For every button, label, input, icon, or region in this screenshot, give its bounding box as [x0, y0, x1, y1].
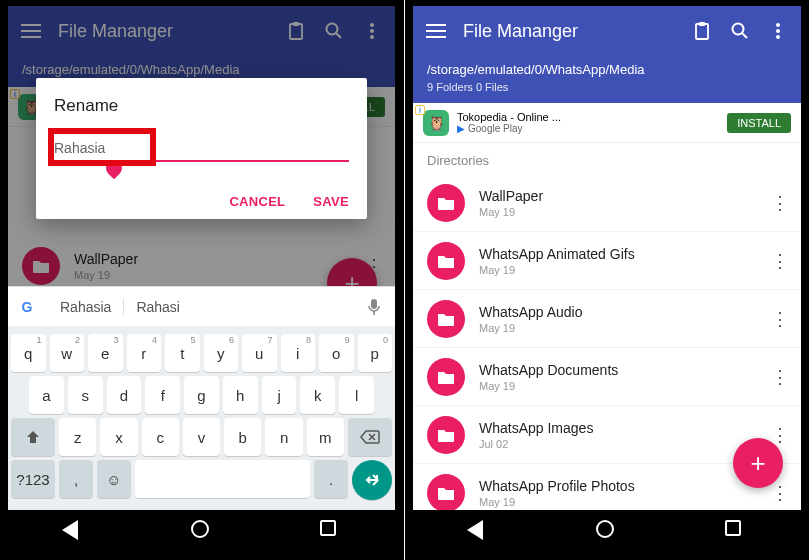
key-j[interactable]: j	[262, 376, 297, 414]
key-x[interactable]: x	[100, 418, 137, 456]
ad-badge-icon: i	[415, 105, 425, 115]
overflow-icon[interactable]	[767, 20, 789, 42]
key-i[interactable]: i8	[281, 334, 316, 372]
list-item[interactable]: WhatsApp AudioMay 19⋮	[413, 290, 801, 348]
key-emoji[interactable]: ☺	[97, 460, 131, 498]
key-period[interactable]: .	[314, 460, 348, 498]
android-navbar	[413, 510, 801, 552]
folder-icon	[427, 474, 465, 511]
search-icon[interactable]	[729, 20, 751, 42]
item-date: Jul 02	[479, 438, 767, 450]
nav-back-icon[interactable]	[467, 520, 489, 542]
mic-icon[interactable]	[367, 298, 387, 316]
key-q[interactable]: q1	[11, 334, 46, 372]
svg-rect-7	[696, 24, 708, 39]
nav-recents-icon[interactable]	[725, 520, 747, 542]
menu-icon[interactable]	[425, 20, 447, 42]
cancel-button[interactable]: CANCEL	[229, 194, 285, 209]
keyboard-suggestion-bar: G Rahasia Rahasi	[8, 286, 395, 326]
item-overflow-icon[interactable]: ⋮	[767, 482, 793, 504]
key-m[interactable]: m	[307, 418, 344, 456]
key-t[interactable]: t5	[165, 334, 200, 372]
key-h[interactable]: h	[223, 376, 258, 414]
key-enter[interactable]	[352, 460, 392, 500]
key-b[interactable]: b	[224, 418, 261, 456]
key-w[interactable]: w2	[50, 334, 85, 372]
key-l[interactable]: l	[339, 376, 374, 414]
key-o[interactable]: o9	[319, 334, 354, 372]
key-a[interactable]: a	[29, 376, 64, 414]
nav-back-icon[interactable]	[62, 520, 84, 542]
key-space[interactable]	[135, 460, 310, 498]
item-overflow-icon[interactable]: ⋮	[767, 250, 793, 272]
key-s[interactable]: s	[68, 376, 103, 414]
svg-point-11	[776, 29, 780, 33]
key-c[interactable]: c	[142, 418, 179, 456]
suggestion-2[interactable]: Rahasi	[124, 299, 367, 315]
appbar: File Mananger	[413, 6, 801, 56]
key-e[interactable]: e3	[88, 334, 123, 372]
list-item[interactable]: WallPaperMay 19⋮	[413, 174, 801, 232]
item-date: May 19	[479, 496, 767, 508]
suggestion-1[interactable]: Rahasia	[48, 299, 124, 315]
item-date: May 19	[479, 264, 767, 276]
screen-left: File Mananger /storage/emulated/0/WhatsA…	[8, 6, 395, 552]
nav-home-icon[interactable]	[596, 520, 618, 542]
key-f[interactable]: f	[145, 376, 180, 414]
nav-recents-icon[interactable]	[320, 520, 342, 542]
svg-point-12	[776, 35, 780, 39]
ad-banner[interactable]: i 🦉 Tokopedia - Online ... ▶Google Play …	[413, 103, 801, 143]
key-u[interactable]: u7	[242, 334, 277, 372]
key-d[interactable]: d	[107, 376, 142, 414]
key-p[interactable]: p0	[358, 334, 393, 372]
ad-app-icon: 🦉	[423, 110, 449, 136]
key-comma[interactable]: ,	[59, 460, 93, 498]
section-label: Directories	[413, 143, 801, 174]
item-name: WhatsApp Profile Photos	[479, 478, 767, 494]
android-navbar	[8, 510, 395, 552]
item-name: WallPaper	[479, 188, 767, 204]
key-v[interactable]: v	[183, 418, 220, 456]
key-symbols[interactable]: ?123	[11, 460, 55, 498]
key-z[interactable]: z	[59, 418, 96, 456]
phone-left: File Mananger /storage/emulated/0/WhatsA…	[0, 0, 404, 560]
fab-add[interactable]: +	[733, 438, 783, 488]
item-name: WhatsApp Audio	[479, 304, 767, 320]
nav-home-icon[interactable]	[191, 520, 213, 542]
item-name: WhatsApp Images	[479, 420, 767, 436]
app-title: File Mananger	[463, 21, 675, 42]
annotation-highlight	[48, 128, 156, 166]
key-shift[interactable]	[11, 418, 55, 456]
item-overflow-icon[interactable]: ⋮	[767, 192, 793, 214]
rename-dialog: Rename CANCEL SAVE	[36, 78, 367, 219]
key-k[interactable]: k	[300, 376, 335, 414]
item-overflow-icon[interactable]: ⋮	[767, 366, 793, 388]
ad-store: Google Play	[468, 123, 522, 134]
screen-right: File Mananger /storage/emulated/0/WhatsA…	[413, 6, 801, 552]
key-n[interactable]: n	[265, 418, 302, 456]
key-y[interactable]: y6	[204, 334, 239, 372]
item-date: May 19	[479, 322, 767, 334]
folder-icon	[427, 184, 465, 222]
keyboard: q1w2e3r4t5y6u7i8o9p0 asdfghjkl zxcvbnm ?…	[8, 326, 395, 510]
key-g[interactable]: g	[184, 376, 219, 414]
item-name: WhatsApp Documents	[479, 362, 767, 378]
key-backspace[interactable]	[348, 418, 392, 456]
list-item[interactable]: WhatsApp Animated GifsMay 19⋮	[413, 232, 801, 290]
clipboard-icon[interactable]	[691, 20, 713, 42]
save-button[interactable]: SAVE	[313, 194, 349, 209]
install-button[interactable]: INSTALL	[727, 113, 791, 133]
item-overflow-icon[interactable]: ⋮	[767, 308, 793, 330]
folder-icon	[427, 300, 465, 338]
key-r[interactable]: r4	[127, 334, 162, 372]
list-item[interactable]: WhatsApp DocumentsMay 19⋮	[413, 348, 801, 406]
folder-icon	[427, 242, 465, 280]
folder-icon	[427, 416, 465, 454]
dialog-title: Rename	[54, 96, 349, 116]
svg-point-9	[733, 24, 744, 35]
google-icon[interactable]: G	[16, 296, 38, 318]
svg-rect-8	[699, 22, 705, 26]
ad-title: Tokopedia - Online ...	[457, 111, 719, 123]
path-summary: 9 Folders 0 Files	[427, 81, 787, 93]
item-date: May 19	[479, 206, 767, 218]
